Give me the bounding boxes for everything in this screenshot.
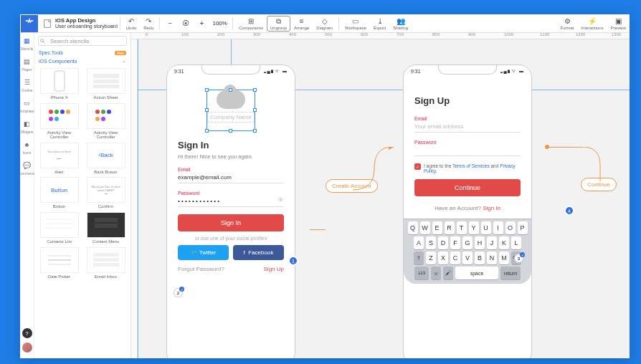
key-s[interactable]: S — [426, 236, 436, 249]
password-input[interactable]: • • • • • • • • • • • •👁 — [178, 198, 284, 207]
stencil-item[interactable]: ButtonButton — [37, 177, 81, 209]
stencil-item[interactable]: Date Picker — [37, 247, 81, 279]
key-t[interactable]: T — [457, 221, 467, 234]
stencil-item[interactable]: iPhone X — [37, 68, 81, 100]
artboard-signin[interactable]: 9:31▂▄▆ ᯤ ▬ Company Name Sign In H — [166, 64, 295, 358]
nav-stencils-icon[interactable]: ▦ — [22, 36, 32, 46]
forgot-password-link[interactable]: Forgot Password? — [178, 266, 224, 272]
key-v[interactable]: V — [462, 252, 473, 264]
stencil-item[interactable]: Action Sheet — [84, 68, 128, 100]
nav-widgets-icon[interactable]: ◧ — [22, 119, 32, 129]
zoom-in-button[interactable]: + — [194, 18, 209, 29]
workspace-button[interactable]: ▭Workspace — [341, 16, 370, 32]
stencil-item[interactable]: Your place is here!━━━Alert — [37, 143, 81, 175]
interaction-badge[interactable]: 1 — [288, 256, 298, 266]
key-g[interactable]: G — [462, 236, 473, 249]
mic-key[interactable]: 🎤 — [443, 267, 453, 279]
signin-button[interactable]: Sign In — [178, 214, 284, 231]
numbers-key[interactable]: 123 — [414, 267, 429, 279]
key-m[interactable]: M — [499, 252, 509, 264]
key-h[interactable]: H — [475, 236, 485, 249]
signin-link[interactable]: Sign In — [483, 205, 500, 211]
zoom-level[interactable]: 100% — [209, 20, 229, 27]
redo-button[interactable]: ↷Redo — [140, 16, 157, 32]
user-avatar[interactable] — [22, 343, 32, 353]
key-p[interactable]: P — [518, 221, 528, 234]
export-button[interactable]: ⤓Export — [370, 16, 389, 32]
stencil-item[interactable]: Activity View Controller — [37, 103, 81, 140]
interaction-badge[interactable]: 4 — [564, 206, 574, 216]
stencil-item[interactable]: Context Menu — [84, 212, 128, 244]
shift-key[interactable]: ⇧ — [414, 252, 424, 264]
app-logo[interactable] — [21, 15, 38, 32]
email-input[interactable]: example@email.com — [178, 174, 284, 183]
key-r[interactable]: R — [445, 221, 455, 234]
guide-line[interactable] — [138, 39, 138, 358]
diagram-button[interactable]: ◇Diagram — [313, 16, 336, 32]
components-button[interactable]: ⊞Components — [235, 16, 267, 32]
key-n[interactable]: N — [487, 252, 497, 264]
document-title-block[interactable]: iOS App Design User onboarding storyboar… — [55, 18, 118, 29]
ungroup-button[interactable]: ⧉Ungroup — [267, 16, 290, 32]
signup-link[interactable]: Sign Up — [264, 266, 284, 272]
emoji-key[interactable]: ☺ — [431, 267, 441, 279]
email-input[interactable]: Your email address — [414, 123, 521, 133]
nav-templates-icon[interactable]: ▭ — [22, 98, 32, 108]
password-input[interactable] — [414, 147, 521, 156]
stencil-search-input[interactable]: Search stencils — [38, 36, 127, 46]
key-k[interactable]: K — [499, 236, 509, 249]
stencil-item[interactable]: ‹ BackBack Button — [84, 143, 128, 175]
key-d[interactable]: D — [438, 236, 448, 249]
key-u[interactable]: U — [481, 221, 491, 234]
nav-pages-icon[interactable]: ▤ — [22, 57, 32, 67]
twitter-button[interactable]: 🐦 Twitter — [178, 245, 229, 260]
preview-button[interactable]: ▣Preview — [607, 16, 630, 32]
key-q[interactable]: Q — [408, 221, 418, 234]
stencil-item[interactable]: Would you like to send some CASH?━━Confi… — [84, 177, 128, 209]
key-b[interactable]: B — [475, 252, 485, 264]
format-button[interactable]: ⚙Format — [557, 16, 578, 32]
key-c[interactable]: C — [450, 252, 460, 264]
stencil-item[interactable]: Email Inbox — [84, 247, 128, 279]
nav-comments-icon[interactable]: 💬 — [22, 161, 32, 171]
terms-checkbox-row[interactable]: ✓ I agree to the Terms of Services and P… — [414, 163, 521, 173]
nav-outline-icon[interactable]: ☰ — [22, 77, 32, 87]
key-w[interactable]: W — [420, 221, 430, 234]
terms-link[interactable]: Terms of Services — [452, 163, 490, 168]
interactions-button[interactable]: ⚡Interactions — [578, 16, 607, 32]
stencil-item[interactable]: Activity View Controller — [84, 103, 128, 140]
key-j[interactable]: J — [487, 236, 497, 249]
zoom-out-button[interactable]: − — [162, 18, 178, 29]
selected-element[interactable]: Company Name — [206, 90, 255, 131]
zoom-reset-button[interactable]: ⦿ — [178, 18, 194, 29]
key-x[interactable]: X — [438, 252, 448, 264]
doc-subtitle: User onboarding storyboard — [55, 24, 118, 29]
key-i[interactable]: I — [493, 221, 503, 234]
nav-icons-icon[interactable]: ♣ — [22, 140, 32, 150]
key-a[interactable]: A — [414, 236, 424, 249]
space-key[interactable]: space — [455, 267, 498, 279]
facebook-button[interactable]: f Facebook — [233, 245, 284, 260]
arrange-button[interactable]: ≡Arrange — [290, 16, 313, 32]
canvas[interactable]: 9:31▂▄▆ ᯤ ▬ Company Name Sign In H — [131, 39, 630, 358]
main-area: ▦Stencils ▤Pages ☰Outline ▭Templates ◧Wi… — [20, 33, 630, 358]
key-f[interactable]: F — [450, 236, 460, 249]
comment-badge[interactable]: 3 — [514, 254, 523, 263]
artboard-signup[interactable]: 9:31▂▄▆ ᯤ ▬ Sign Up Email Your email add… — [403, 64, 532, 358]
key-e[interactable]: E — [432, 221, 442, 234]
comment-badge[interactable]: 2 — [174, 288, 183, 297]
section-spec-tools[interactable]: Spec Tools — [34, 49, 130, 57]
eye-icon[interactable]: 👁 — [277, 196, 284, 203]
help-button[interactable]: ? — [22, 328, 32, 338]
checkbox-icon[interactable]: ✓ — [414, 163, 421, 170]
key-z[interactable]: Z — [426, 252, 436, 264]
key-l[interactable]: L — [511, 236, 521, 249]
undo-button[interactable]: ↶Undo — [123, 16, 140, 32]
return-key[interactable]: return — [500, 267, 521, 279]
key-o[interactable]: O — [505, 221, 516, 234]
continue-button[interactable]: Continue — [414, 179, 521, 196]
sharing-button[interactable]: 👥Sharing — [389, 16, 412, 32]
key-y[interactable]: Y — [469, 221, 479, 234]
section-ios-components[interactable]: iOS Components⌄ — [34, 57, 130, 65]
stencil-item[interactable]: Contacts List — [37, 212, 81, 244]
